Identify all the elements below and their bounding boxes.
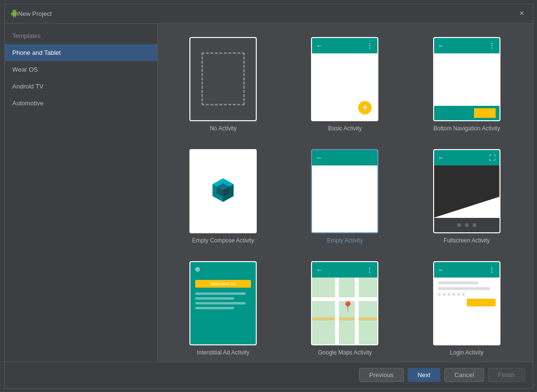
- template-grid: No Activity ← ⋮ + Basic Activity: [158, 24, 533, 362]
- more-icon: ⋮: [366, 266, 374, 274]
- empty-compose-label: Empty Compose Activity: [192, 237, 254, 244]
- sidebar-item-phone-tablet[interactable]: Phone and Tablet: [5, 44, 157, 61]
- templates-section-label: Templates: [5, 24, 157, 44]
- bottom-nav-label: Bottom Navigation Activity: [433, 125, 500, 132]
- new-project-dialog: New Project × Templates Phone and Tablet…: [4, 4, 533, 389]
- bottom-nav-body: [434, 53, 500, 106]
- dot-5: [457, 293, 460, 296]
- ad-line-2: [195, 297, 234, 300]
- sidebar-item-wear-os[interactable]: Wear OS: [5, 61, 157, 78]
- more-icon: ⋮: [488, 266, 496, 274]
- template-basic-activity[interactable]: ← ⋮ + Basic Activity: [289, 33, 401, 136]
- interstitial-ad-preview: Interstitial Ad: [189, 261, 257, 345]
- google-maps-label: Google Maps Activity: [318, 349, 372, 356]
- back-arrow-icon: ←: [438, 154, 445, 162]
- back-arrow-icon: ←: [438, 266, 445, 274]
- dot-6: [462, 293, 465, 296]
- road-diagonal: [312, 317, 377, 320]
- template-interstitial-ad[interactable]: Interstitial Ad Interstitial Ad Activity: [167, 257, 279, 360]
- fullscreen-toolbar: ← ⛶: [434, 150, 500, 165]
- fab-icon: +: [358, 101, 372, 114]
- interstitial-ad-label: Interstitial Ad: [195, 280, 251, 288]
- close-button[interactable]: ×: [517, 9, 527, 18]
- sidebar: Templates Phone and Tablet Wear OS Andro…: [5, 24, 158, 362]
- dot-1: [438, 293, 441, 296]
- android-icon: [11, 10, 18, 17]
- fullscreen-preview: ← ⛶: [433, 149, 500, 233]
- template-empty-activity[interactable]: ← Empty Activity: [289, 145, 401, 248]
- diagonal-area: [434, 165, 500, 218]
- road-v2: [355, 278, 359, 344]
- map-body: 📍: [312, 278, 377, 344]
- sidebar-item-automotive[interactable]: Automotive: [5, 95, 157, 112]
- fullscreen-label: Fullscreen Activity: [444, 237, 490, 244]
- content-area: Templates Phone and Tablet Wear OS Andro…: [5, 24, 533, 362]
- compose-icon: [206, 174, 240, 208]
- empty-toolbar: ←: [312, 150, 377, 165]
- dot-3: [448, 293, 450, 296]
- login-activity-label: Login Activity: [450, 349, 484, 356]
- previous-button[interactable]: Previous: [359, 368, 404, 382]
- dark-overlay: [434, 165, 500, 218]
- road-v1: [335, 278, 339, 344]
- bottom-nav-toolbar: ← ⋮: [434, 38, 500, 53]
- ad-line-4: [195, 307, 234, 309]
- dot-1: [457, 223, 461, 227]
- dots-bar: [434, 218, 500, 232]
- ad-lines: [195, 292, 251, 312]
- back-arrow-icon: ←: [316, 42, 323, 50]
- sidebar-item-android-tv[interactable]: Android TV: [5, 78, 157, 95]
- template-fullscreen-activity[interactable]: ← ⛶ Fullscreen Activity: [411, 145, 523, 248]
- google-maps-preview: ← ⋮ 📍: [311, 261, 378, 345]
- ad-line-1: [195, 292, 245, 295]
- map-pin-icon: 📍: [342, 301, 354, 312]
- no-activity-label: No Activity: [210, 125, 237, 132]
- login-activity-preview: ← ⋮: [433, 261, 500, 345]
- bottom-nav-bar: [434, 106, 500, 120]
- login-toolbar: ← ⋮: [434, 262, 500, 278]
- login-dots: [438, 293, 496, 296]
- dot-4: [452, 293, 455, 296]
- ad-line-3: [195, 302, 245, 304]
- interstitial-ad-card-label: Interstitial Ad Activity: [197, 349, 249, 356]
- basic-body: +: [312, 53, 377, 120]
- template-login-activity[interactable]: ← ⋮: [411, 257, 523, 360]
- template-bottom-nav-activity[interactable]: ← ⋮ Bottom Navigation Activity: [411, 33, 523, 136]
- template-empty-compose[interactable]: Empty Compose Activity: [167, 145, 279, 248]
- footer: Previous Next Cancel Finish: [5, 362, 533, 388]
- empty-body: [312, 165, 377, 232]
- dot-2: [443, 293, 446, 296]
- dashed-rect: [201, 52, 245, 105]
- dialog-title: New Project: [18, 10, 517, 17]
- finish-button[interactable]: Finish: [488, 368, 525, 382]
- more-options-icon: ⋮: [366, 42, 374, 50]
- more-icon: ⋮: [488, 42, 496, 50]
- yellow-block: [474, 108, 496, 118]
- basic-activity-preview: ← ⋮ +: [311, 37, 378, 121]
- dot-3: [473, 223, 476, 227]
- cancel-button[interactable]: Cancel: [444, 368, 484, 382]
- empty-activity-preview: ←: [311, 149, 378, 233]
- empty-activity-label: Empty Activity: [327, 237, 363, 244]
- expand-icon: ⛶: [489, 154, 496, 162]
- login-body: [434, 278, 500, 344]
- ad-dot: [195, 267, 200, 272]
- bottom-nav-preview: ← ⋮: [433, 37, 500, 121]
- login-btn-preview: [467, 299, 496, 306]
- back-arrow-icon: ←: [316, 154, 323, 162]
- maps-toolbar: ← ⋮: [312, 262, 377, 278]
- next-button[interactable]: Next: [408, 368, 441, 382]
- empty-compose-preview: [189, 149, 257, 233]
- basic-activity-label: Basic Activity: [328, 125, 362, 132]
- template-google-maps[interactable]: ← ⋮ 📍 Google M: [289, 257, 401, 360]
- no-activity-preview: [189, 37, 257, 121]
- template-no-activity[interactable]: No Activity: [167, 33, 279, 136]
- title-bar: New Project ×: [5, 4, 533, 24]
- back-arrow-icon: ←: [438, 42, 445, 50]
- login-line-1: [438, 281, 478, 284]
- back-arrow-icon: ←: [316, 266, 323, 274]
- basic-toolbar: ← ⋮: [312, 38, 377, 53]
- dot-2: [465, 223, 469, 227]
- login-line-2: [438, 287, 490, 290]
